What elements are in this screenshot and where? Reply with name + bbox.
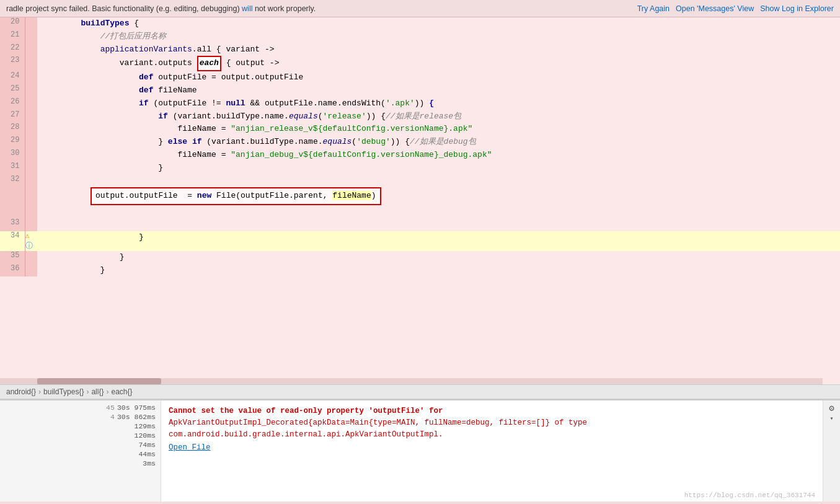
breadcrumb-separator: ›: [86, 387, 89, 396]
panel-menu[interactable]: ▾: [829, 415, 833, 422]
warning-icon: ⚠: [25, 232, 30, 241]
table-row: 27 if (variant.buildType.name.equals('re…: [0, 110, 840, 123]
table-row: 26 if (outputFile != null && outputFile.…: [0, 97, 840, 110]
open-messages-button[interactable]: Open 'Messages' View: [676, 4, 754, 13]
timing-line-num: 4: [93, 413, 115, 421]
breadcrumb-item[interactable]: each{}: [111, 387, 132, 396]
table-row: 36 }: [0, 264, 840, 277]
line-gutter: [25, 84, 37, 97]
timing-value: 120ms: [134, 431, 156, 440]
line-number: 32: [0, 175, 25, 218]
table-row: 30 fileName = "anjian_debug_v${defaultCo…: [0, 149, 840, 162]
line-number: 36: [0, 264, 25, 277]
line-number: 33: [0, 218, 25, 231]
timing-value: 3ms: [143, 459, 156, 467]
table-row: 31 }: [0, 162, 840, 175]
timing-row: 3ms: [0, 459, 161, 468]
table-row: 21 //打包后应用名称: [0, 30, 840, 43]
settings-icon[interactable]: ⚙: [829, 403, 834, 413]
table-row: 28 fileName = "anjian_release_v${default…: [0, 123, 840, 136]
line-code: fileName = "anjian_release_v${defaultCon…: [37, 123, 840, 136]
line-gutter: [25, 30, 37, 43]
each-keyword: each: [197, 56, 221, 71]
line-number: 28: [0, 123, 25, 136]
breadcrumb-item[interactable]: buildTypes{}: [43, 387, 84, 396]
line-gutter: [25, 251, 37, 264]
table-row: 35 }: [0, 251, 840, 264]
line-number: 27: [0, 110, 25, 123]
table-row: 20 buildTypes {: [0, 17, 840, 30]
error-message: radle project sync failed. Basic functio…: [6, 4, 316, 13]
line-gutter: [25, 43, 37, 56]
line-code: output.outputFile = new File(outputFile.…: [37, 175, 840, 218]
timing-value: 30s 862ms: [117, 413, 156, 421]
error-line-1: Cannot set the value of read-only proper…: [169, 405, 815, 417]
table-row: 25 def fileName: [0, 84, 840, 97]
highlighted-statement: output.outputFile = new File(outputFile.…: [91, 187, 381, 205]
line-number: 23: [0, 56, 25, 71]
line-gutter: [25, 175, 37, 218]
message-area: Cannot set the value of read-only proper…: [161, 400, 823, 502]
timing-value: 44ms: [138, 450, 156, 458]
try-again-button[interactable]: Try Again: [637, 4, 670, 13]
line-code: def outputFile = output.outputFile: [37, 71, 840, 84]
line-code: def fileName: [37, 84, 840, 97]
line-number: 20: [0, 17, 25, 30]
line-number: 26: [0, 97, 25, 110]
breadcrumb: android{} › buildTypes{} › all{} › each{…: [0, 384, 840, 399]
line-number: 35: [0, 251, 25, 264]
right-panel: ⚙ ▾: [823, 400, 840, 502]
line-code: variant.outputs each { output ->: [37, 56, 840, 71]
line-code: }: [37, 231, 840, 251]
line-gutter: [25, 123, 37, 136]
breadcrumb-separator: ›: [38, 387, 41, 396]
line-gutter: [25, 56, 37, 71]
error-line-2: ApkVariantOutputImpl_Decorated{apkData=M…: [169, 417, 815, 429]
line-code: } else if (variant.buildType.name.equals…: [37, 136, 840, 149]
line-gutter: ⚠ ⓘ: [25, 231, 37, 251]
line-number: 29: [0, 136, 25, 149]
timing-line-num: [110, 422, 131, 430]
timing-line-num: 45: [93, 404, 115, 412]
timing-line-num: [114, 441, 136, 449]
timing-row: 44ms: [0, 449, 161, 459]
line-gutter: [25, 110, 37, 123]
line-number: 22: [0, 43, 25, 56]
show-log-button[interactable]: Show Log in Explorer: [760, 4, 834, 13]
line-gutter: [25, 218, 37, 231]
table-row: 24 def outputFile = output.outputFile: [0, 71, 840, 84]
line-code: //打包后应用名称: [37, 30, 840, 43]
timing-line-num: [118, 459, 140, 467]
breadcrumb-item[interactable]: android{}: [6, 387, 36, 396]
line-code: [37, 218, 840, 231]
line-gutter: [25, 162, 37, 175]
error-line-3: com.android.build.gradle.internal.api.Ap…: [169, 429, 815, 441]
timing-row: 120ms: [0, 431, 161, 440]
line-number: 21: [0, 30, 25, 43]
bottom-panel: 45 30s 975ms 4 30s 862ms 129ms 120ms 74m…: [0, 399, 840, 502]
table-row: 22 applicationVariants.all { variant ->: [0, 43, 840, 56]
timing-row: 4 30s 862ms: [0, 412, 161, 422]
timing-line-num: [114, 450, 136, 458]
line-number: 34: [0, 231, 25, 251]
timing-line-num: [110, 431, 131, 440]
code-table: 20 buildTypes { 21 //打包后应用名称 22 applicat…: [0, 17, 840, 276]
line-code: applicationVariants.all { variant ->: [37, 43, 840, 56]
line-code: if (variant.buildType.name.equals('relea…: [37, 110, 840, 123]
timing-value: 129ms: [134, 422, 156, 430]
open-file-link[interactable]: Open File: [169, 443, 211, 452]
breadcrumb-item[interactable]: all{}: [91, 387, 104, 396]
timing-column: 45 30s 975ms 4 30s 862ms 129ms 120ms 74m…: [0, 400, 161, 502]
line-gutter: [25, 136, 37, 149]
timing-row: 129ms: [0, 422, 161, 431]
timing-row: 74ms: [0, 440, 161, 449]
timing-value: 30s 975ms: [117, 404, 156, 412]
line-gutter: [25, 264, 37, 277]
line-gutter: [25, 149, 37, 162]
h-scrollbar[interactable]: [0, 378, 823, 384]
info-icon: ⓘ: [25, 242, 33, 250]
table-row: 34 ⚠ ⓘ }: [0, 231, 840, 251]
line-number: 25: [0, 84, 25, 97]
breadcrumb-separator: ›: [106, 387, 108, 396]
line-number: 31: [0, 162, 25, 175]
